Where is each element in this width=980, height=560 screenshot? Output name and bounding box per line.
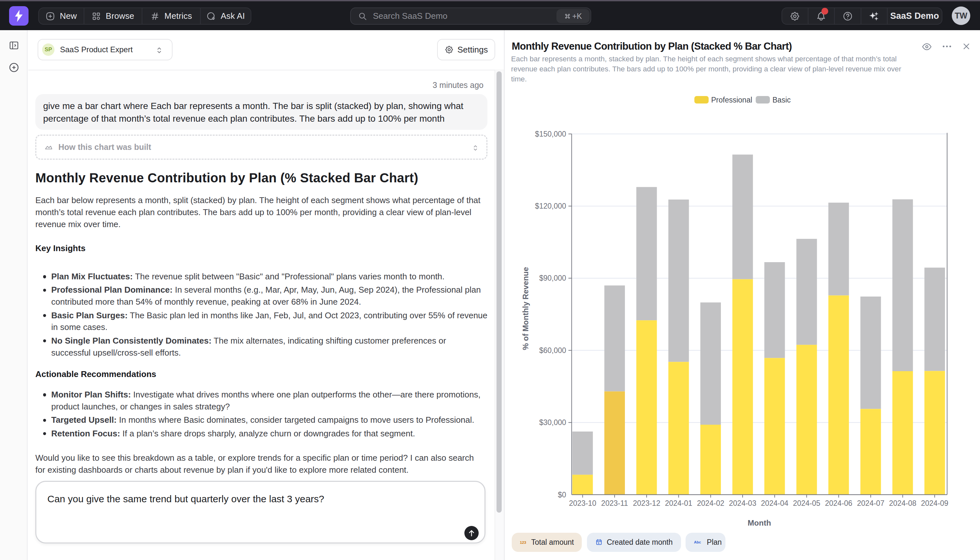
svg-text:2024-06: 2024-06 xyxy=(825,499,852,507)
svg-text:Month: Month xyxy=(748,518,771,527)
svg-text:% of Monthly Revenue: % of Monthly Revenue xyxy=(521,267,530,350)
svg-text:$0: $0 xyxy=(558,490,566,499)
svg-text:2023-11: 2023-11 xyxy=(601,499,628,507)
svg-text:2023-10: 2023-10 xyxy=(569,499,596,507)
svg-text:$30,000: $30,000 xyxy=(539,418,566,427)
svg-text:Professional: Professional xyxy=(711,96,752,104)
svg-text:2023-12: 2023-12 xyxy=(633,499,660,507)
svg-text:2024-04: 2024-04 xyxy=(761,499,789,507)
svg-text:Basic: Basic xyxy=(772,96,791,104)
svg-text:$150,000: $150,000 xyxy=(535,130,566,138)
svg-text:2024-03: 2024-03 xyxy=(729,499,756,507)
svg-text:2024-02: 2024-02 xyxy=(697,499,724,507)
svg-text:2024-08: 2024-08 xyxy=(889,499,916,507)
svg-text:123: 123 xyxy=(520,540,527,545)
svg-text:2024-09: 2024-09 xyxy=(921,499,948,507)
svg-text:2024-07: 2024-07 xyxy=(857,499,884,507)
svg-text:2024-01: 2024-01 xyxy=(665,499,692,507)
svg-text:2024-05: 2024-05 xyxy=(793,499,820,507)
svg-text:$120,000: $120,000 xyxy=(535,202,566,210)
svg-text:$90,000: $90,000 xyxy=(539,274,566,282)
svg-text:Abc: Abc xyxy=(694,540,701,544)
svg-text:$60,000: $60,000 xyxy=(539,346,566,355)
